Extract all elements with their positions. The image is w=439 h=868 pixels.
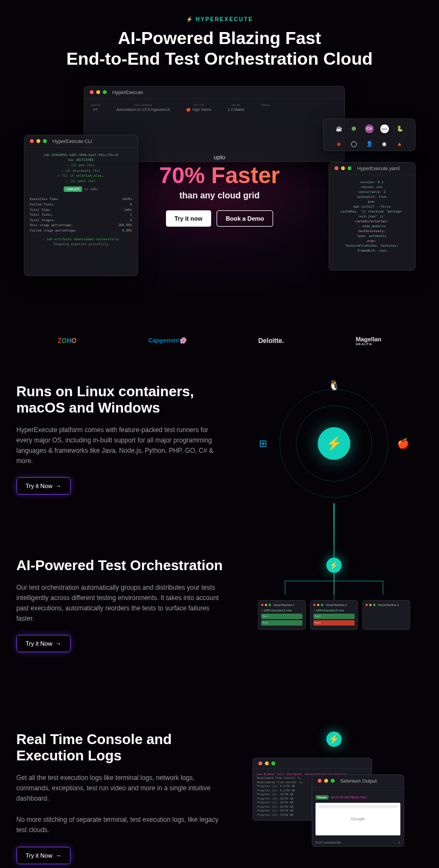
logo-zoho: ZOHO bbox=[58, 337, 77, 345]
logo-capgemini: Capgemini🌸 bbox=[149, 337, 187, 344]
section1-title: Runs on Linux containers, macOS and Wind… bbox=[16, 384, 223, 416]
bolt-node-icon: ⚡ bbox=[326, 558, 342, 573]
window-yaml: HyperExecute.yaml version: 0.1 runson: w… bbox=[329, 162, 416, 271]
selenium-window: Selenium Output PassedB1YFC-BY42S-PBC0U-… bbox=[312, 775, 404, 847]
section3-desc1: Get all the test execution logs like ter… bbox=[16, 773, 223, 804]
linux-icon: 🐧 bbox=[328, 379, 340, 391]
java-icon: ☕ bbox=[335, 124, 343, 133]
apple-icon: 🍎 bbox=[397, 438, 409, 449]
try-now-button-1[interactable]: Try it Now→ bbox=[16, 477, 71, 495]
book-demo-button[interactable]: Book a Demo bbox=[217, 210, 273, 227]
bolt-node-icon: ⚡ bbox=[326, 732, 342, 747]
os-graphic: ⚡ 🐧 ⊞ 🍎 bbox=[263, 384, 405, 503]
php-icon: php bbox=[380, 124, 389, 133]
vm-card: Virtual Machine 1 ✓ 100% Executed-2 mins… bbox=[258, 600, 306, 630]
faster-label: 70% Faster bbox=[159, 163, 280, 189]
csharp-icon: C# bbox=[365, 124, 374, 133]
windows-icon: ⊞ bbox=[259, 438, 267, 449]
section2-title: AI-Powered Test Orchestration bbox=[16, 558, 223, 574]
ruby-icon: ◆ bbox=[335, 140, 343, 148]
orchestration-graphic: ⚡ Virtual Machine 1 ✓ 100% Executed-2 mi… bbox=[252, 558, 416, 630]
console-graphic: ⚡ === Element info: {Using=id, value=des… bbox=[252, 732, 416, 821]
arrow-right-icon: → bbox=[55, 483, 61, 489]
section3-title: Real Time Console and Execution Logs bbox=[16, 732, 223, 764]
node-icon: ⬢ bbox=[350, 124, 358, 133]
vm-card: Virtual Machine 2 ✓ 100% Executed-3 mins… bbox=[310, 600, 358, 630]
upto-label: upto bbox=[159, 154, 280, 160]
section2-desc: Our test orchestration automatically gro… bbox=[16, 583, 223, 625]
arrow-right-icon: → bbox=[55, 640, 61, 647]
vm-card: Virtual Machine 3 bbox=[362, 600, 410, 630]
section1-desc: HyperExecute platform comes with feature… bbox=[16, 425, 223, 467]
arrow-right-icon: → bbox=[55, 852, 61, 859]
try-now-button-3[interactable]: Try it Now→ bbox=[16, 847, 71, 864]
browser-screenshot: Google bbox=[316, 803, 400, 835]
logo-strip: ZOHO Capgemini🌸 Deloitte. MagellanHEALTH… bbox=[0, 325, 439, 357]
logo-deloitte: Deloitte. bbox=[258, 337, 284, 345]
hero-graphic: HyperExecute Job ID#7 Job Label(s)Automa… bbox=[24, 86, 416, 303]
bolt-icon: ⚡ bbox=[186, 16, 194, 22]
logo-magellan: MagellanHEALTH. bbox=[356, 336, 381, 346]
window-cli: HyperExecute CLI Job b346d956-ad91-484b-… bbox=[24, 135, 138, 276]
window-icons: ☕ ⬢ C# php 🐍 ◆ ◯ 👤 ◉ ▲ bbox=[323, 118, 416, 151]
jenkins-icon: 👤 bbox=[365, 140, 374, 148]
bolt-icon: ⚡ bbox=[326, 436, 342, 451]
try-now-button-2[interactable]: Try it Now→ bbox=[16, 635, 71, 652]
circleci-icon: ◉ bbox=[380, 140, 389, 148]
console-window: === Element info: {Using=id, value=deskt… bbox=[252, 758, 372, 821]
python-icon: 🐍 bbox=[395, 124, 404, 133]
section3-desc2: No more stitching of separate terminal, … bbox=[16, 815, 223, 835]
try-now-button[interactable]: Try it now bbox=[166, 210, 211, 227]
github-icon: ◯ bbox=[350, 140, 358, 148]
gitlab-icon: ▲ bbox=[395, 140, 404, 148]
than-label: than any cloud grid bbox=[159, 191, 280, 201]
hero-title: AI-Powered Blazing Fast End-to-End Test … bbox=[11, 28, 428, 70]
brand-label: ⚡HYPEREXECUTE bbox=[11, 16, 428, 22]
